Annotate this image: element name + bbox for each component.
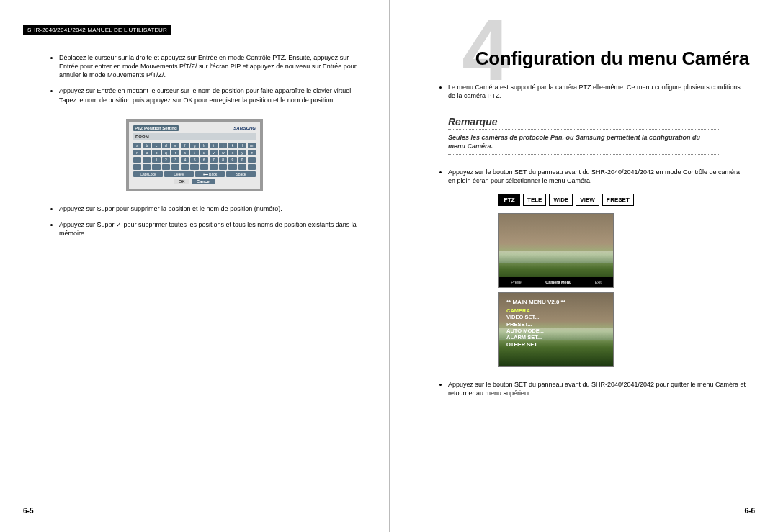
kb-key[interactable]: u [200,150,208,155]
running-head: SHR-2040/2041/2042 MANUEL DE L'UTILISATE… [23,25,171,35]
menu-item: VIDEO SET... [506,314,613,320]
kb-key[interactable]: y [238,150,246,155]
ptz-position-name-field: ROOM [133,133,256,140]
kb-key[interactable]: h [200,143,208,148]
kb-key[interactable]: 3 [171,157,179,163]
kb-key[interactable]: m [248,143,256,148]
kb-fn-key[interactable]: ⟵ Back [195,171,225,177]
kb-key[interactable]: x [228,150,236,155]
right-page: 4 Configuration du menu Caméra Le menu C… [389,0,778,532]
kb-key[interactable]: q [162,150,170,155]
camera-preview-bottom-bar: Preset Camera Menu Exit [499,277,613,287]
kb-key[interactable]: 9 [228,157,236,163]
mode-tele-button[interactable]: TELE [523,194,546,206]
kb-key[interactable] [248,164,256,170]
mode-wide-button[interactable]: WIDE [549,194,573,206]
kb-key[interactable] [228,164,236,170]
kb-key[interactable] [171,164,179,170]
bullet: Appuyez sur Entrée en mettant le curseur… [59,86,366,104]
bullet: Appuyez sur le bouton SET du panneau ava… [448,168,755,185]
ok-button[interactable]: OK [174,179,189,184]
mode-ptz-button[interactable]: PTZ [498,194,520,206]
remark-heading: Remarque [448,116,755,127]
kb-key[interactable]: i [210,143,218,148]
kb-key[interactable] [133,157,141,163]
cancel-button[interactable]: Cancel [192,179,215,184]
menu-item: CAMERA [506,307,613,314]
kb-key[interactable]: a [133,143,141,148]
bullet: Appuyez sur le bouton SET du panneau ava… [448,380,755,397]
kb-key[interactable]: 5 [190,157,198,163]
kb-key[interactable] [238,164,246,170]
camera-preview-figure: Preset Camera Menu Exit [498,213,614,288]
kb-key[interactable] [181,164,189,170]
kb-key[interactable]: l [238,143,246,148]
kb-key[interactable]: f [181,143,189,148]
kb-key[interactable]: n [133,150,141,155]
menu-item: AUTO MODE... [506,328,613,334]
kb-key[interactable]: g [190,143,198,148]
remark-body: Seules les caméras de protocole Pan. ou … [448,134,719,150]
bullet: Déplacez le curseur sur la droite et app… [59,53,366,79]
kb-key[interactable] [133,164,141,170]
kb-key[interactable]: 2 [162,157,170,163]
kb-key[interactable] [200,164,208,170]
kb-key[interactable] [152,164,160,170]
left-bottom-bullets: Appuyez sur Suppr pour supprimer la posi… [59,204,366,238]
dotted-rule [448,154,719,155]
mode-button-row: PTZTELEWIDEVIEWPRESET [498,194,755,206]
bullet: Appuyez sur Suppr ✓ pour supprimer toute… [59,220,366,238]
kb-key[interactable] [143,164,151,170]
kb-key[interactable]: e [171,143,179,148]
menu-item: OTHER SET... [506,341,613,348]
ptz-keyboard-figure: PTZ Position Setting SAMSUNG ROOM abcdef… [126,119,263,191]
kb-key[interactable]: s [181,150,189,155]
kb-key[interactable]: k [228,143,236,148]
kb-key[interactable]: o [143,150,151,155]
kb-key[interactable]: 0 [238,157,246,163]
kb-key[interactable]: r [171,150,179,155]
kb-fn-key[interactable]: CapsLock [133,171,163,177]
dotted-rule [448,129,719,130]
cam-bar-exit: Exit [595,280,602,284]
cam-bar-preset: Preset [511,280,522,284]
kb-key[interactable] [162,164,170,170]
left-top-bullets: Déplacez le curseur sur la droite et app… [59,53,366,104]
kb-key[interactable] [248,157,256,163]
kb-key[interactable]: 4 [181,157,189,163]
mode-preset-button[interactable]: PRESET [602,194,634,206]
samsung-logo: SAMSUNG [233,126,256,130]
kb-fn-key[interactable]: Delete [164,171,194,177]
kb-key[interactable] [143,157,151,163]
bullet: Appuyez sur Suppr pour supprimer la posi… [59,204,366,213]
kb-key[interactable]: b [143,143,151,148]
kb-key[interactable]: t [190,150,198,155]
kb-key[interactable] [190,164,198,170]
page-spine [389,0,390,532]
kb-key[interactable] [219,164,227,170]
cam-bar-camera-menu: Camera Menu [545,280,571,284]
kb-key[interactable]: z [248,150,256,155]
camera-main-menu-figure: ** MAIN MENU V2.0 ** CAMERAVIDEO SET...P… [498,292,614,367]
menu-item: ALARM SET... [506,334,613,341]
kb-key[interactable]: p [152,150,160,155]
kb-key[interactable]: 6 [200,157,208,163]
kb-key[interactable]: 8 [219,157,227,163]
page-number-left: 6-5 [23,507,33,515]
kb-key[interactable]: d [162,143,170,148]
kb-key[interactable]: j [219,143,227,148]
page-number-right: 6-6 [745,507,755,515]
mode-view-button[interactable]: VIEW [576,194,599,206]
main-menu-title: ** MAIN MENU V2.0 ** [499,293,613,307]
chapter-title: Configuration du menu Caméra [412,48,755,70]
kb-key[interactable]: 1 [152,157,160,163]
right-quit-bullets: Appuyez sur le bouton SET du panneau ava… [448,380,755,397]
kb-fn-key[interactable]: Space [226,171,256,177]
kb-key[interactable]: 7 [210,157,218,163]
kb-key[interactable] [210,164,218,170]
kb-key[interactable]: c [152,143,160,148]
kb-key[interactable]: v [210,150,218,155]
menu-item: PRESET... [506,321,613,328]
kb-key[interactable]: w [219,150,227,155]
right-set-bullets: Appuyez sur le bouton SET du panneau ava… [448,168,755,185]
